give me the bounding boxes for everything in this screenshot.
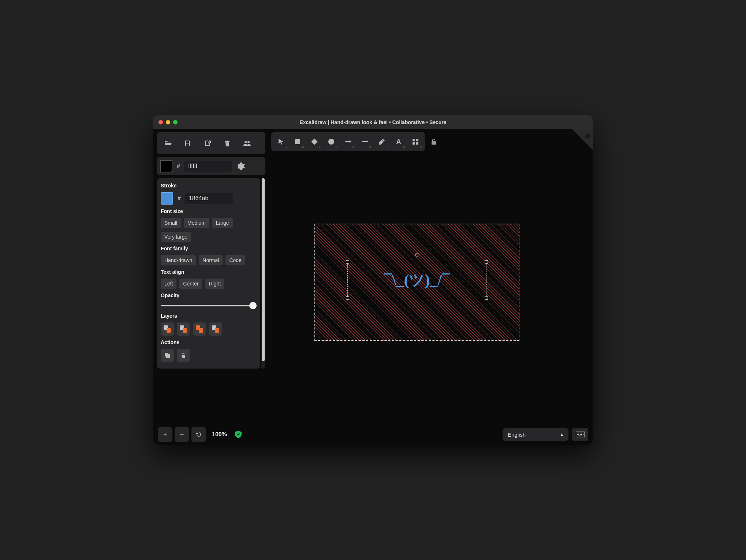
- font-family-code[interactable]: Code: [225, 255, 245, 265]
- github-corner-ribbon[interactable]: [572, 129, 593, 150]
- tool-arrow[interactable]: 5: [341, 134, 355, 149]
- svg-rect-11: [578, 436, 582, 436]
- font-family-normal[interactable]: Normal: [199, 255, 223, 265]
- tool-line[interactable]: 6: [358, 134, 372, 149]
- svg-rect-9: [581, 434, 582, 435]
- text-align-left[interactable]: Left: [161, 279, 176, 289]
- resize-handle-tr[interactable]: [485, 260, 488, 264]
- save-button[interactable]: [179, 134, 197, 152]
- text-icon: A: [396, 138, 401, 146]
- text-align-right[interactable]: Right: [205, 279, 224, 289]
- font-family-hand-drawn[interactable]: Hand-drawn: [161, 255, 196, 265]
- app-window: Excalidraw | Hand-drawn look & feel • Co…: [153, 115, 593, 445]
- traffic-lights: [158, 120, 178, 124]
- rotation-handle[interactable]: [415, 253, 419, 257]
- hash-label: #: [176, 195, 182, 202]
- resize-handle-br[interactable]: [485, 296, 488, 300]
- layer-send-backward[interactable]: [177, 322, 190, 336]
- resize-handle-tl[interactable]: [346, 260, 349, 264]
- zoom-in-button[interactable]: +: [158, 427, 172, 442]
- layer-bring-to-front[interactable]: [209, 322, 222, 336]
- zoom-level: 100%: [208, 431, 231, 438]
- line-icon: [362, 141, 368, 142]
- plus-icon: +: [163, 431, 167, 438]
- tool-library[interactable]: 9: [408, 134, 423, 149]
- stroke-color-input[interactable]: [185, 193, 233, 204]
- language-select[interactable]: English ▴: [503, 428, 568, 441]
- font-size-small[interactable]: Small: [161, 218, 181, 228]
- language-value: English: [508, 432, 526, 438]
- window-title: Excalidraw | Hand-drawn look & feel • Co…: [153, 119, 593, 125]
- properties-panel-wrap: Stroke # Font size Small Medium Large: [157, 178, 265, 369]
- rectangle-icon: [295, 139, 300, 144]
- layers-label: Layers: [161, 313, 257, 319]
- text-selection-box[interactable]: ¯\_(ツ)_/¯: [347, 262, 486, 298]
- reset-icon: [195, 431, 202, 438]
- bottom-right-controls: English ▴: [503, 428, 588, 441]
- zoom-reset-button[interactable]: [191, 427, 206, 442]
- shape-toolbar: 1 2 3 4 5: [271, 132, 425, 151]
- background-color-swatch[interactable]: [160, 160, 172, 172]
- svg-rect-3: [580, 433, 581, 433]
- text-align-label: Text align: [161, 269, 257, 275]
- font-size-medium[interactable]: Medium: [184, 218, 209, 228]
- tool-ellipse[interactable]: 4: [324, 134, 339, 149]
- title-bar: Excalidraw | Hand-drawn look & feel • Co…: [153, 115, 593, 129]
- trash-icon: [181, 352, 186, 358]
- settings-button[interactable]: [235, 160, 247, 172]
- delete-button[interactable]: [177, 349, 190, 362]
- zoom-out-button[interactable]: −: [175, 427, 189, 442]
- window-close-button[interactable]: [158, 120, 163, 124]
- collaborate-button[interactable]: [238, 134, 256, 152]
- open-button[interactable]: [159, 134, 177, 152]
- save-icon: [184, 140, 191, 146]
- window-maximize-button[interactable]: [173, 120, 178, 124]
- svg-rect-1: [577, 433, 578, 433]
- lock-button[interactable]: [426, 134, 441, 149]
- svg-rect-10: [583, 434, 583, 435]
- resize-handle-bl[interactable]: [346, 296, 349, 300]
- pencil-icon: [379, 139, 385, 145]
- tool-diamond[interactable]: 3: [307, 134, 322, 149]
- users-icon: [243, 140, 251, 146]
- actions-label: Actions: [161, 339, 257, 345]
- ellipse-icon: [328, 139, 334, 145]
- keyboard-shortcuts-button[interactable]: [572, 428, 588, 441]
- font-size-very-large[interactable]: Very large: [161, 232, 191, 242]
- tool-rectangle[interactable]: 2: [290, 134, 305, 149]
- export-button[interactable]: [199, 134, 216, 152]
- stroke-label: Stroke: [161, 183, 257, 188]
- tool-text[interactable]: A 8: [391, 134, 406, 149]
- background-color-input[interactable]: [184, 161, 232, 172]
- hash-label: #: [175, 163, 182, 169]
- clear-canvas-button[interactable]: [219, 134, 236, 152]
- duplicate-button[interactable]: [161, 349, 174, 362]
- text-align-center[interactable]: Center: [179, 279, 202, 289]
- trash-icon: [224, 140, 230, 146]
- font-size-large[interactable]: Large: [212, 218, 233, 228]
- duplicate-icon: [164, 352, 171, 359]
- svg-rect-6: [577, 434, 578, 435]
- canvas[interactable]: ¯\_(ツ)_/¯: [267, 154, 593, 423]
- layer-send-to-back[interactable]: [161, 322, 174, 336]
- stroke-color-swatch[interactable]: [161, 192, 173, 205]
- content-area: # Stroke #: [153, 129, 593, 445]
- properties-scrollbar[interactable]: [261, 178, 265, 369]
- window-minimize-button[interactable]: [166, 120, 170, 124]
- tool-draw[interactable]: 7: [374, 134, 389, 149]
- opacity-label: Opacity: [161, 292, 257, 298]
- svg-rect-2: [578, 433, 579, 433]
- file-toolbar: [157, 132, 265, 154]
- font-size-label: Font size: [161, 208, 257, 214]
- bottom-bar: + − 100% English ▴: [153, 424, 593, 445]
- tool-selection[interactable]: 1: [273, 134, 288, 149]
- text-element[interactable]: ¯\_(ツ)_/¯: [384, 270, 450, 290]
- arrow-icon: [345, 140, 351, 143]
- layer-bring-forward[interactable]: [193, 322, 206, 336]
- opacity-slider[interactable]: [161, 302, 257, 309]
- canvas-background-panel: #: [157, 157, 265, 175]
- font-family-label: Font family: [161, 246, 257, 251]
- unlock-icon: [431, 138, 437, 145]
- library-icon: [413, 139, 418, 145]
- properties-panel: Stroke # Font size Small Medium Large: [157, 178, 260, 369]
